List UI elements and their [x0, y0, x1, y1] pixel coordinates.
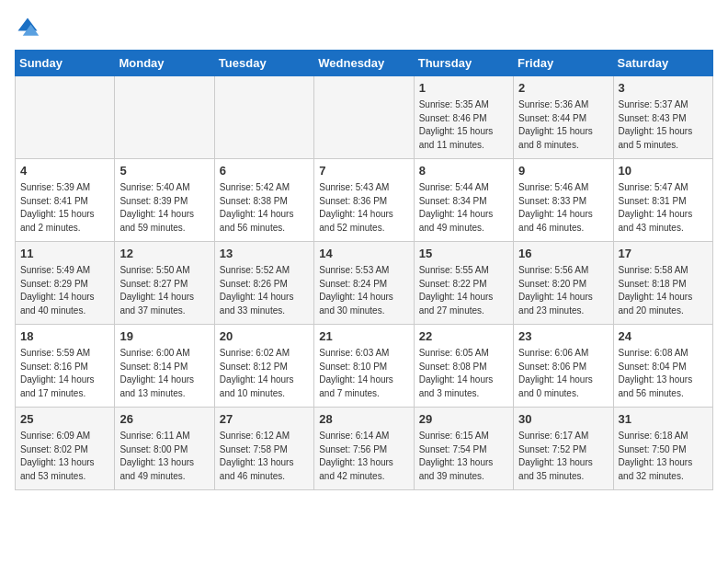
day-number: 28 [319, 411, 408, 428]
header-thursday: Thursday [414, 51, 513, 76]
day-number: 5 [119, 163, 209, 179]
day-info: Sunrise: 6:08 AM Sunset: 8:04 PM Dayligh… [619, 347, 708, 400]
header-friday: Friday [514, 51, 613, 76]
week-row-4: 18Sunrise: 5:59 AM Sunset: 8:16 PM Dayli… [16, 325, 713, 408]
calendar-cell: 29Sunrise: 6:15 AM Sunset: 7:54 PM Dayli… [414, 408, 513, 490]
day-info: Sunrise: 5:49 AM Sunset: 8:29 PM Dayligh… [20, 264, 109, 317]
day-number: 3 [619, 80, 708, 97]
header-saturday: Saturday [613, 51, 712, 76]
day-info: Sunrise: 5:52 AM Sunset: 8:26 PM Dayligh… [220, 264, 309, 317]
calendar-cell: 13Sunrise: 5:52 AM Sunset: 8:26 PM Dayli… [214, 242, 313, 325]
calendar-cell: 25Sunrise: 6:09 AM Sunset: 8:02 PM Dayli… [16, 408, 115, 490]
calendar-cell: 11Sunrise: 5:49 AM Sunset: 8:29 PM Dayli… [16, 242, 115, 325]
day-info: Sunrise: 6:05 AM Sunset: 8:08 PM Dayligh… [419, 347, 508, 400]
day-number: 9 [518, 163, 608, 179]
calendar-cell: 30Sunrise: 6:17 AM Sunset: 7:52 PM Dayli… [514, 408, 613, 490]
day-number: 12 [119, 246, 209, 262]
day-info: Sunrise: 6:09 AM Sunset: 8:02 PM Dayligh… [20, 430, 109, 483]
calendar-cell [16, 76, 115, 159]
calendar-cell: 12Sunrise: 5:50 AM Sunset: 8:27 PM Dayli… [115, 242, 214, 325]
calendar-cell: 5Sunrise: 5:40 AM Sunset: 8:39 PM Daylig… [115, 159, 214, 242]
calendar-cell: 28Sunrise: 6:14 AM Sunset: 7:56 PM Dayli… [314, 408, 414, 490]
calendar-cell: 9Sunrise: 5:46 AM Sunset: 8:33 PM Daylig… [514, 159, 613, 242]
day-number: 16 [518, 246, 608, 262]
calendar-cell: 26Sunrise: 6:11 AM Sunset: 8:00 PM Dayli… [115, 408, 214, 490]
day-number: 6 [220, 163, 309, 179]
day-number: 7 [319, 163, 408, 179]
day-info: Sunrise: 5:39 AM Sunset: 8:41 PM Dayligh… [20, 181, 109, 235]
week-row-3: 11Sunrise: 5:49 AM Sunset: 8:29 PM Dayli… [16, 242, 713, 325]
calendar-cell: 6Sunrise: 5:42 AM Sunset: 8:38 PM Daylig… [214, 159, 313, 242]
calendar-cell: 18Sunrise: 5:59 AM Sunset: 8:16 PM Dayli… [16, 325, 115, 408]
day-number: 20 [220, 328, 309, 345]
calendar-cell: 10Sunrise: 5:47 AM Sunset: 8:31 PM Dayli… [613, 159, 712, 242]
calendar-cell: 3Sunrise: 5:37 AM Sunset: 8:43 PM Daylig… [613, 76, 712, 159]
day-number: 18 [20, 328, 109, 345]
calendar-cell: 14Sunrise: 5:53 AM Sunset: 8:24 PM Dayli… [314, 242, 414, 325]
calendar-cell: 22Sunrise: 6:05 AM Sunset: 8:08 PM Dayli… [414, 325, 513, 408]
day-info: Sunrise: 5:35 AM Sunset: 8:46 PM Dayligh… [419, 98, 508, 152]
calendar-cell [314, 76, 414, 159]
calendar-cell: 1Sunrise: 5:35 AM Sunset: 8:46 PM Daylig… [414, 76, 513, 159]
day-number: 10 [619, 163, 708, 179]
day-number: 8 [419, 163, 508, 179]
day-number: 27 [220, 411, 309, 428]
calendar-cell [214, 76, 313, 159]
day-number: 24 [619, 328, 708, 345]
header-wednesday: Wednesday [314, 51, 414, 76]
day-info: Sunrise: 6:02 AM Sunset: 8:12 PM Dayligh… [220, 347, 309, 400]
day-info: Sunrise: 6:06 AM Sunset: 8:06 PM Dayligh… [518, 347, 608, 400]
calendar-cell: 2Sunrise: 5:36 AM Sunset: 8:44 PM Daylig… [514, 76, 613, 159]
day-info: Sunrise: 5:53 AM Sunset: 8:24 PM Dayligh… [319, 264, 408, 317]
day-info: Sunrise: 5:58 AM Sunset: 8:18 PM Dayligh… [619, 264, 708, 317]
calendar-cell: 19Sunrise: 6:00 AM Sunset: 8:14 PM Dayli… [115, 325, 214, 408]
day-number: 15 [419, 246, 508, 262]
calendar-cell: 31Sunrise: 6:18 AM Sunset: 7:50 PM Dayli… [613, 408, 712, 490]
day-number: 2 [518, 80, 608, 97]
day-number: 19 [119, 328, 209, 345]
week-row-5: 25Sunrise: 6:09 AM Sunset: 8:02 PM Dayli… [16, 408, 713, 490]
header-row: SundayMondayTuesdayWednesdayThursdayFrid… [16, 51, 713, 76]
day-number: 22 [419, 328, 508, 345]
day-info: Sunrise: 5:37 AM Sunset: 8:43 PM Dayligh… [619, 98, 708, 152]
day-number: 29 [419, 411, 508, 428]
day-info: Sunrise: 6:14 AM Sunset: 7:56 PM Dayligh… [319, 430, 408, 483]
day-number: 26 [119, 411, 209, 428]
day-info: Sunrise: 5:50 AM Sunset: 8:27 PM Dayligh… [119, 264, 209, 317]
day-info: Sunrise: 5:56 AM Sunset: 8:20 PM Dayligh… [518, 264, 608, 317]
header-monday: Monday [115, 51, 214, 76]
day-number: 1 [419, 80, 508, 97]
calendar-cell: 21Sunrise: 6:03 AM Sunset: 8:10 PM Dayli… [314, 325, 414, 408]
day-info: Sunrise: 6:00 AM Sunset: 8:14 PM Dayligh… [119, 347, 209, 400]
day-info: Sunrise: 5:43 AM Sunset: 8:36 PM Dayligh… [319, 181, 408, 235]
day-info: Sunrise: 5:59 AM Sunset: 8:16 PM Dayligh… [20, 347, 109, 400]
day-info: Sunrise: 5:44 AM Sunset: 8:34 PM Dayligh… [419, 181, 508, 235]
day-number: 11 [20, 246, 109, 262]
day-info: Sunrise: 6:11 AM Sunset: 8:00 PM Dayligh… [119, 430, 209, 483]
calendar-cell: 24Sunrise: 6:08 AM Sunset: 8:04 PM Dayli… [613, 325, 712, 408]
calendar-cell: 23Sunrise: 6:06 AM Sunset: 8:06 PM Dayli… [514, 325, 613, 408]
day-number: 13 [220, 246, 309, 262]
day-number: 31 [619, 411, 708, 428]
calendar-cell: 8Sunrise: 5:44 AM Sunset: 8:34 PM Daylig… [414, 159, 513, 242]
day-info: Sunrise: 6:17 AM Sunset: 7:52 PM Dayligh… [518, 430, 608, 483]
day-info: Sunrise: 6:15 AM Sunset: 7:54 PM Dayligh… [419, 430, 508, 483]
day-number: 21 [319, 328, 408, 345]
day-info: Sunrise: 5:55 AM Sunset: 8:22 PM Dayligh… [419, 264, 508, 317]
day-info: Sunrise: 6:12 AM Sunset: 7:58 PM Dayligh… [220, 430, 309, 483]
day-number: 14 [319, 246, 408, 262]
header-sunday: Sunday [16, 51, 115, 76]
page-header [15, 15, 713, 40]
calendar-table: SundayMondayTuesdayWednesdayThursdayFrid… [15, 50, 713, 490]
day-info: Sunrise: 5:47 AM Sunset: 8:31 PM Dayligh… [619, 181, 708, 235]
calendar-cell: 27Sunrise: 6:12 AM Sunset: 7:58 PM Dayli… [214, 408, 313, 490]
day-info: Sunrise: 5:42 AM Sunset: 8:38 PM Dayligh… [220, 181, 309, 235]
day-info: Sunrise: 5:36 AM Sunset: 8:44 PM Dayligh… [518, 98, 608, 152]
calendar-cell: 4Sunrise: 5:39 AM Sunset: 8:41 PM Daylig… [16, 159, 115, 242]
day-info: Sunrise: 6:18 AM Sunset: 7:50 PM Dayligh… [619, 430, 708, 483]
day-info: Sunrise: 5:46 AM Sunset: 8:33 PM Dayligh… [518, 181, 608, 235]
calendar-cell: 15Sunrise: 5:55 AM Sunset: 8:22 PM Dayli… [414, 242, 513, 325]
week-row-1: 1Sunrise: 5:35 AM Sunset: 8:46 PM Daylig… [16, 76, 713, 159]
week-row-2: 4Sunrise: 5:39 AM Sunset: 8:41 PM Daylig… [16, 159, 713, 242]
day-number: 23 [518, 328, 608, 345]
